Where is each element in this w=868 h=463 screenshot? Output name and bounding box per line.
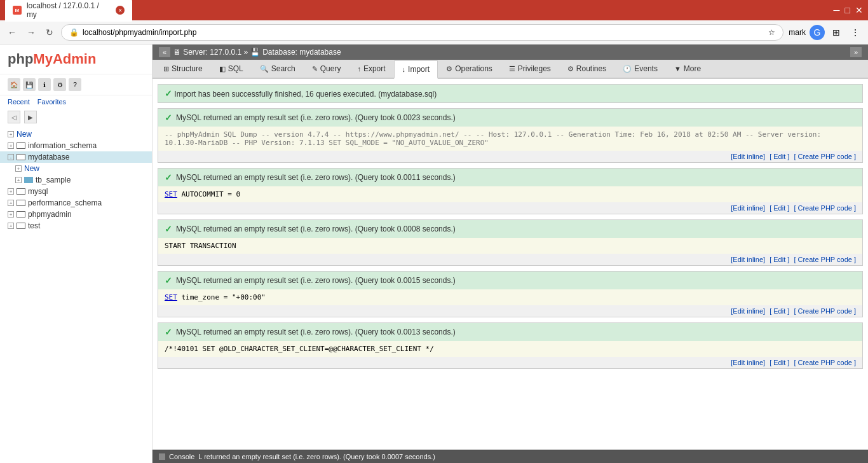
create-php-link-3[interactable]: [ Create PHP code ] <box>794 256 856 263</box>
browser-tab[interactable]: M localhost / 127.0.0.1 / my × <box>5 0 132 22</box>
edit-link-1[interactable]: [ Edit ] <box>770 153 789 160</box>
check-icon-4: ✓ <box>165 275 172 286</box>
settings-icon[interactable]: ⚙ <box>53 78 66 91</box>
tab-more[interactable]: ▼ More <box>666 60 709 78</box>
result-message-1: MySQL returned an empty result set (i.e.… <box>176 113 456 122</box>
topbar-collapse-btn[interactable]: « <box>159 47 170 57</box>
tab-routines[interactable]: ⚙ Routines <box>559 60 614 78</box>
db-icon <box>17 200 25 206</box>
tree-new-top-label[interactable]: New <box>17 130 32 139</box>
favorites-link[interactable]: Favorites <box>37 98 66 106</box>
home-icon[interactable]: 🏠 <box>8 78 20 91</box>
tree-item-tb-sample[interactable]: + tb_sample <box>0 174 152 186</box>
db-label: Database: mydatabase <box>262 48 341 57</box>
db-icon <box>17 211 25 218</box>
result-success-header-5: ✓ MySQL returned an empty result set (i.… <box>158 323 862 341</box>
pma-logo: phpMyAdmin <box>0 45 152 74</box>
maximize-icon[interactable]: □ <box>845 5 850 15</box>
edit-inline-link-5[interactable]: [Edit inline] <box>731 359 765 366</box>
sidebar-collapse-btn[interactable]: ◁ <box>8 111 20 123</box>
edit-link-5[interactable]: [ Edit ] <box>770 359 789 366</box>
check-icon-5: ✓ <box>165 327 172 337</box>
tab-search-label: Search <box>271 64 295 73</box>
bookmark-icon[interactable]: ☆ <box>768 28 775 37</box>
sql-keyword-set-2: SET <box>165 190 177 198</box>
tree-item-mydatabase[interactable]: - mydatabase <box>0 151 152 163</box>
tree-item-mysql[interactable]: + mysql <box>0 186 152 197</box>
export-tab-icon: ↑ <box>357 65 361 73</box>
tree-item-information-schema[interactable]: + information_schema <box>0 140 152 151</box>
db-icon[interactable]: 💾 <box>23 78 36 91</box>
console-label[interactable]: Console <box>169 453 194 460</box>
tree-item-label: phpmyadmin <box>28 210 72 219</box>
routines-tab-icon: ⚙ <box>567 65 574 73</box>
expand-icon: + <box>15 177 22 183</box>
minimize-icon[interactable]: ─ <box>834 5 840 15</box>
recent-link[interactable]: Recent <box>8 98 30 106</box>
topbar-expand-btn[interactable]: » <box>850 47 862 57</box>
create-php-link-1[interactable]: [ Create PHP code ] <box>794 153 856 160</box>
edit-inline-link-2[interactable]: [Edit inline] <box>731 204 765 212</box>
tree-item-test[interactable]: + test <box>0 220 152 232</box>
tab-more-label: More <box>684 64 701 73</box>
reload-button[interactable]: ↻ <box>43 25 56 40</box>
tab-operations[interactable]: ⚙ Operations <box>438 60 501 78</box>
tab-query[interactable]: ✎ Query <box>304 60 349 78</box>
result-import-success: ✓ Import has been successfully finished,… <box>158 84 863 103</box>
edit-link-4[interactable]: [ Edit ] <box>770 307 789 315</box>
sidebar-expand-btn[interactable]: ▶ <box>24 111 37 123</box>
sidebar-recent-favorites: Recent Favorites <box>0 95 152 108</box>
expand-icon: + <box>8 188 14 195</box>
tree-new-mydatabase[interactable]: + New <box>0 163 152 174</box>
tree-item-performance-schema[interactable]: + performance_schema <box>0 197 152 209</box>
edit-link-2[interactable]: [ Edit ] <box>770 204 789 212</box>
tree-item-label: information_schema <box>28 141 97 150</box>
url-input[interactable] <box>83 28 764 37</box>
edit-inline-link-4[interactable]: [Edit inline] <box>731 307 765 315</box>
info-icon[interactable]: ℹ <box>38 78 51 91</box>
edit-inline-link-1[interactable]: [Edit inline] <box>731 153 765 160</box>
result-block-4: ✓ MySQL returned an empty result set (i.… <box>158 271 863 317</box>
tab-sql[interactable]: ◧ SQL <box>211 60 252 78</box>
tab-events[interactable]: 🕐 Events <box>614 60 666 78</box>
result-success-header-1: ✓ MySQL returned an empty result set (i.… <box>158 109 862 127</box>
result-block-5: ✓ MySQL returned an empty result set (i.… <box>158 322 863 369</box>
tabs-bar: ⊞ Structure ◧ SQL 🔍 Search ✎ Query ↑ Exp… <box>153 60 868 79</box>
forward-button[interactable]: → <box>24 25 38 40</box>
extensions-icon[interactable]: ⊞ <box>829 25 844 40</box>
expand-icon: + <box>8 211 14 218</box>
tab-search[interactable]: 🔍 Search <box>252 60 304 78</box>
menu-icon[interactable]: ⋮ <box>848 25 863 40</box>
create-php-link-4[interactable]: [ Create PHP code ] <box>794 307 856 315</box>
tab-structure[interactable]: ⊞ Structure <box>155 60 211 78</box>
logo-myadmin: MyAdmin <box>33 51 96 67</box>
result-message-2: MySQL returned an empty result set (i.e.… <box>176 173 456 182</box>
help-icon[interactable]: ? <box>69 78 81 91</box>
tab-privileges[interactable]: ☰ Privileges <box>501 60 559 78</box>
tab-events-label: Events <box>634 64 658 73</box>
logo-php: php <box>8 51 33 67</box>
tree-item-phpmyadmin[interactable]: + phpmyadmin <box>0 209 152 220</box>
edit-inline-link-3[interactable]: [Edit inline] <box>731 256 765 263</box>
check-icon-2: ✓ <box>165 172 172 183</box>
tab-export[interactable]: ↑ Export <box>349 60 393 78</box>
create-php-link-5[interactable]: [ Create PHP code ] <box>794 359 856 366</box>
tree-new-top[interactable]: + New <box>0 128 152 140</box>
main-content: « 🖥 Server: 127.0.0.1 » 💾 Database: myda… <box>153 45 868 463</box>
chrome-profile-icon[interactable]: G <box>810 25 825 40</box>
success-check-icon: ✓ <box>165 88 172 99</box>
operations-tab-icon: ⚙ <box>446 65 452 73</box>
edit-link-3[interactable]: [ Edit ] <box>770 256 789 263</box>
tab-close-button[interactable]: × <box>116 6 125 15</box>
create-php-link-2[interactable]: [ Create PHP code ] <box>794 204 856 212</box>
tab-import[interactable]: ↓ Import <box>394 60 438 79</box>
result-body-3: START TRANSACTION <box>158 238 862 254</box>
back-button[interactable]: ← <box>5 25 19 40</box>
tab-import-label: Import <box>408 65 430 74</box>
tree-item-label: tb_sample <box>36 176 71 184</box>
close-icon[interactable]: ✕ <box>855 5 863 15</box>
browser-window-controls: ─ □ ✕ <box>834 5 863 15</box>
tree-new-mydatabase-label[interactable]: New <box>24 164 39 173</box>
address-bar[interactable]: 🔒 ☆ <box>61 24 783 41</box>
tree-item-label: test <box>28 221 40 230</box>
